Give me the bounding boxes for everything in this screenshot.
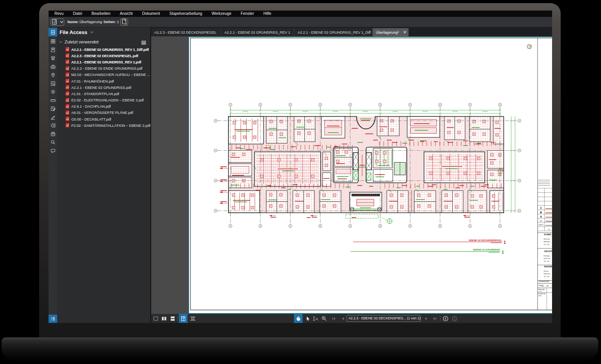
pdf-file-icon xyxy=(65,59,69,64)
recent-section-header[interactable]: Zuletzt verwendet xyxy=(57,39,150,45)
page-select-combo[interactable]: A2.2.3 - EBENE 02 DECKENSPIEG... (1 von … xyxy=(347,315,421,322)
file-name: A7.01 - RAUMHÖHEN.pdf xyxy=(71,79,114,83)
laptop-base xyxy=(2,337,598,362)
split-horizontal-icon[interactable] xyxy=(169,315,176,322)
file-row[interactable]: A2.6.1 - DACHPLAN.pdf xyxy=(57,103,150,110)
search-icon[interactable] xyxy=(49,138,57,147)
file-row[interactable]: A7.01 - RAUMHÖHEN.pdf xyxy=(57,78,150,84)
previous-page-icon[interactable] xyxy=(339,315,347,322)
file-name: A1.01 - STANDORTPLAN.pdf xyxy=(71,92,119,96)
svg-text:A: A xyxy=(316,317,318,321)
settings-icon[interactable] xyxy=(49,88,57,96)
file-row[interactable]: A2.2.1 - EBENE 02 GRUNDRISS.pdf xyxy=(57,84,150,90)
pdf-file-icon xyxy=(65,85,69,90)
document-tab[interactable]: A2.2.1 - EBENE 02 GRUNDRISS_REV 1 ✕ xyxy=(221,28,294,37)
places-icon[interactable] xyxy=(49,71,57,79)
pan-tool-icon[interactable] xyxy=(294,314,303,323)
chat-icon[interactable] xyxy=(49,146,57,155)
pdf-file-icon xyxy=(65,91,69,96)
svg-text:Raidinge: Raidinge xyxy=(544,255,550,257)
svg-text:Tel: +49: Tel: +49 xyxy=(544,243,550,245)
overlay-dropdown-button[interactable]: 10 xyxy=(51,18,64,26)
select-tool-icon[interactable] xyxy=(304,315,311,322)
signature-icon[interactable] xyxy=(49,113,57,121)
markup-list-icon xyxy=(51,316,56,321)
svg-text:C: C xyxy=(540,207,542,209)
menu-item[interactable]: Fenster xyxy=(236,11,259,17)
section-title: Zuletzt verwendet xyxy=(65,40,99,44)
overlay-view-icon[interactable] xyxy=(179,314,188,323)
document-area: A2.2.3 - EBENE 02 DECKENSPIEGEL ✕ A2.2.1… xyxy=(151,27,552,323)
legend-green-label: EBENE 02 GRUNDRISS xyxy=(473,248,500,251)
erase-icon[interactable] xyxy=(49,121,57,130)
fit-page-icon[interactable] xyxy=(189,315,196,322)
file-row[interactable]: A6.01 - VERGRÖSSERTE PLÄNE.pdf xyxy=(57,110,150,116)
document-tab[interactable]: Überlagerung* ✕ xyxy=(373,28,409,37)
file-row[interactable]: A1.01 - STANDORTPLAN.pdf xyxy=(57,90,150,97)
pdf-canvas[interactable]: EBENE 02 DECKENSPIEGEL 1 EBENE 02 GRUNDR… xyxy=(151,36,552,314)
file-row[interactable]: A2.2.2 - EBENE 02 ENDE GRUNDRISS.pdf xyxy=(57,65,150,72)
file-row[interactable]: E2.02 - ELEKTROANLAGEN – EBENE 2.pdf xyxy=(57,97,150,103)
new-page-button[interactable] xyxy=(120,18,128,26)
thumbnails-icon[interactable] xyxy=(49,79,57,88)
toolbox-icon[interactable] xyxy=(49,62,57,71)
tab-label: A2.2.1 - EBENE 02 GRUNDRISS_REV 1_Diff xyxy=(298,30,371,34)
name-label: Name: xyxy=(67,20,79,24)
pdf-file-icon xyxy=(65,53,69,58)
file-row[interactable]: A2.2.1 - EBENE 02 GRUNDRISS_REV 1.pdf xyxy=(57,59,150,65)
markup-list-toggle[interactable] xyxy=(49,315,57,323)
split-vertical-icon[interactable] xyxy=(161,315,168,322)
file-row[interactable]: A2.2.1 - EBENE 02 GRUNDRISS_REV 1_Diff.p… xyxy=(57,46,150,52)
panel-icon-strip xyxy=(49,27,57,323)
legend-red-index: 1 xyxy=(504,240,506,245)
bookmarks-icon[interactable] xyxy=(49,45,57,54)
menu-item[interactable]: Werkzeuge xyxy=(207,11,236,17)
file-access-panel: File Access Zuletzt verwendet xyxy=(57,27,150,323)
file-row[interactable]: P2.02 - SANITÄRINSTALLATION – EBENE 2.pd… xyxy=(57,122,150,128)
file-name: A6.01 - VERGRÖSSERTE PLÄNE.pdf xyxy=(71,110,133,115)
dashboard-icon[interactable] xyxy=(49,37,57,46)
new-page-icon xyxy=(121,19,127,25)
menu-item[interactable]: Bearbeiten xyxy=(87,11,115,17)
menu-item[interactable]: Datei xyxy=(68,11,87,17)
document-tab[interactable]: A2.2.3 - EBENE 02 DECKENSPIEGEL ✕ xyxy=(151,28,221,37)
file-access-tab[interactable] xyxy=(49,28,57,36)
menu-item[interactable]: Revu xyxy=(50,11,68,17)
layers-icon[interactable] xyxy=(49,54,57,63)
zoom-tool-icon[interactable] xyxy=(320,315,327,322)
panel-title: File Access xyxy=(60,29,87,35)
panel-header[interactable]: File Access xyxy=(57,28,150,36)
file-name: P2.02 - SANITÄRINSTALLATION – EBENE 2.pd… xyxy=(71,123,150,128)
svg-text:ARCHITEKT: ARCHITEKT xyxy=(544,250,552,252)
select-text-icon[interactable]: A xyxy=(312,315,319,322)
menu-item[interactable]: Ansicht xyxy=(115,11,137,17)
panel-chevron-icon xyxy=(90,30,94,33)
file-row[interactable]: A2.2.3 - EBENE 02 DECKENSPIEGEL.pdf xyxy=(57,52,150,59)
svg-text:A: A xyxy=(540,215,542,218)
tab-close-icon[interactable]: ✕ xyxy=(403,30,406,34)
menu-item[interactable]: Stapelverarbeitung xyxy=(164,11,207,17)
measure-icon[interactable] xyxy=(49,96,57,105)
menu-item[interactable]: Hilfe xyxy=(259,11,276,17)
view-forward-icon[interactable] xyxy=(451,315,458,322)
pdf-page[interactable]: EBENE 02 DECKENSPIEGEL 1 EBENE 02 GRUNDR… xyxy=(188,36,552,314)
scanner-icon[interactable] xyxy=(49,130,57,138)
floor-plan-drawing: EBENE 02 DECKENSPIEGEL 1 EBENE 02 GRUNDR… xyxy=(189,37,552,313)
menu-item[interactable]: Dokument xyxy=(137,11,165,17)
document-tab[interactable]: A2.2.1 - EBENE 02 GRUNDRISS_REV 1_Diff ✕ xyxy=(294,28,373,37)
file-name: M2.02 - MECHANISCHER AUFBAU – EBENE ... xyxy=(71,72,150,77)
markup-icon[interactable] xyxy=(49,105,57,113)
next-page-icon[interactable] xyxy=(423,315,430,322)
svg-text:Menzing: Menzing xyxy=(544,238,550,240)
svg-text:STANDORT:: STANDORT: xyxy=(539,280,550,283)
single-page-icon[interactable] xyxy=(152,315,159,322)
svg-text:B: B xyxy=(540,211,542,214)
last-page-icon[interactable] xyxy=(431,315,439,322)
pages-value: 1 xyxy=(117,20,119,24)
view-options-icon[interactable] xyxy=(141,40,146,47)
first-page-icon[interactable] xyxy=(330,315,337,322)
tab-label: A2.2.3 - EBENE 02 DECKENSPIEGEL xyxy=(154,30,217,34)
file-row[interactable]: M2.02 - MECHANISCHER AUFBAU – EBENE ... xyxy=(57,72,150,78)
file-row[interactable]: G0.00 - DECKBLATT.pdf xyxy=(57,116,150,122)
view-back-icon[interactable] xyxy=(442,315,449,322)
